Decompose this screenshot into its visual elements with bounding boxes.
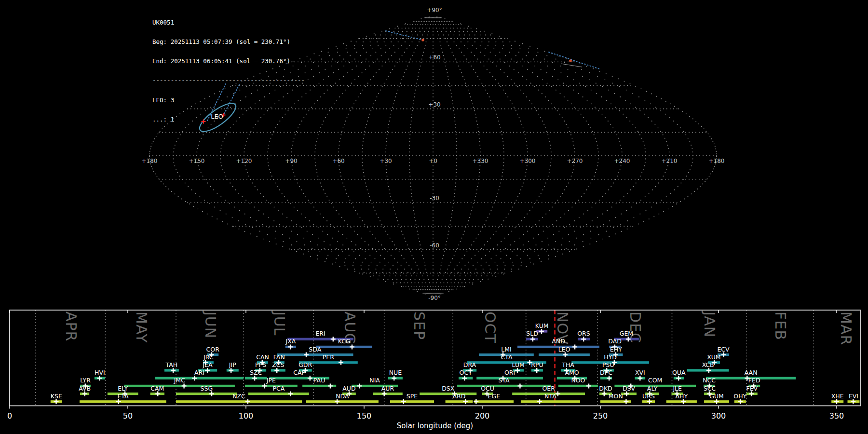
grid-dot <box>429 283 430 284</box>
grid-dot <box>424 48 425 49</box>
grid-dot <box>486 179 487 180</box>
grid-dot <box>572 108 573 109</box>
grid-dot <box>449 61 450 62</box>
grid-dot <box>445 18 446 19</box>
grid-dot <box>338 231 339 232</box>
grid-dot <box>324 248 325 249</box>
grid-dot <box>450 272 451 273</box>
grid-dot <box>390 238 391 239</box>
grid-dot <box>564 179 565 180</box>
grid-dot <box>301 227 302 228</box>
grid-dot <box>268 217 269 218</box>
grid-dot <box>705 179 706 180</box>
grid-dot <box>531 108 532 109</box>
grid-dot <box>394 85 395 86</box>
grid-dot <box>451 96 452 97</box>
shower-label-RPU: RPU <box>531 361 543 368</box>
grid-dot <box>338 255 339 256</box>
shower-bar-KCG <box>316 346 372 348</box>
grid-dot <box>310 90 311 91</box>
grid-dot <box>476 275 477 276</box>
grid-dot <box>376 269 377 270</box>
grid-dot <box>415 279 416 280</box>
grid-dot <box>266 226 267 227</box>
grid-dot <box>453 155 454 156</box>
grid-dot <box>502 135 502 136</box>
grid-dot <box>615 217 616 218</box>
grid-dot <box>546 251 547 252</box>
grid-dot <box>316 85 317 86</box>
grid-dot <box>480 231 481 232</box>
grid-dot <box>412 249 413 250</box>
grid-dot <box>557 249 558 250</box>
grid-dot <box>632 93 633 94</box>
shower-label-HYD: HYD <box>604 353 617 361</box>
grid-dot <box>555 202 556 203</box>
grid-dot <box>380 108 380 109</box>
grid-dot <box>373 202 374 203</box>
grid-dot <box>627 220 628 221</box>
grid-dot <box>330 85 331 86</box>
grid-dot <box>380 226 381 227</box>
grid-dot <box>528 52 529 53</box>
grid-dot <box>601 96 602 97</box>
shower-label-GUM: GUM <box>709 393 724 400</box>
grid-dot <box>394 244 395 245</box>
grid-dot <box>456 169 457 170</box>
grid-dot <box>537 249 538 250</box>
grid-dot <box>270 172 271 173</box>
grid-dot <box>520 249 521 250</box>
grid-dot <box>456 289 457 290</box>
grid-dot <box>375 210 376 211</box>
grid-dot <box>443 293 444 294</box>
grid-dot <box>412 179 413 180</box>
lon-label: +210 <box>662 158 678 164</box>
grid-dot <box>320 127 321 128</box>
grid-dot <box>419 27 420 28</box>
grid-dot <box>268 148 269 149</box>
grid-dot <box>409 135 410 136</box>
grid-dot <box>498 202 499 203</box>
shower-label-KUM: KUM <box>535 322 549 329</box>
grid-dot <box>468 220 469 221</box>
grid-dot <box>456 24 457 25</box>
grid-dot <box>417 202 418 203</box>
grid-dot <box>446 155 447 156</box>
grid-dot <box>366 52 367 53</box>
grid-dot <box>455 226 456 227</box>
grid-dot <box>307 179 308 180</box>
grid-dot <box>626 90 627 91</box>
grid-dot <box>326 258 327 259</box>
grid-dot <box>220 159 221 160</box>
grid-dot <box>457 108 458 109</box>
grid-dot <box>542 108 542 109</box>
grid-dot <box>423 202 424 203</box>
grid-dot <box>536 85 537 86</box>
grid-dot <box>410 251 411 252</box>
grid-dot <box>575 108 576 109</box>
grid-dot <box>448 85 449 86</box>
grid-dot <box>325 62 326 63</box>
grid-dot <box>528 108 529 109</box>
grid-dot <box>536 110 537 111</box>
grid-dot <box>514 83 515 84</box>
grid-dot <box>275 183 276 184</box>
grid-dot <box>151 166 152 167</box>
grid-dot <box>485 48 486 49</box>
grid-dot <box>406 61 407 62</box>
grid-dot <box>267 151 268 152</box>
grid-dot <box>440 283 441 284</box>
grid-dot <box>521 265 522 266</box>
grid-dot <box>317 179 318 180</box>
grid-dot <box>433 35 434 36</box>
grid-dot <box>434 293 435 294</box>
shower-peak-EVI <box>851 399 855 404</box>
grid-dot <box>527 61 528 62</box>
grid-dot <box>624 81 625 82</box>
grid-dot <box>415 289 416 290</box>
grid-dot <box>433 203 434 204</box>
grid-dot <box>396 202 397 203</box>
grid-dot <box>433 289 434 290</box>
grid-dot <box>559 114 560 115</box>
grid-dot <box>587 132 588 133</box>
